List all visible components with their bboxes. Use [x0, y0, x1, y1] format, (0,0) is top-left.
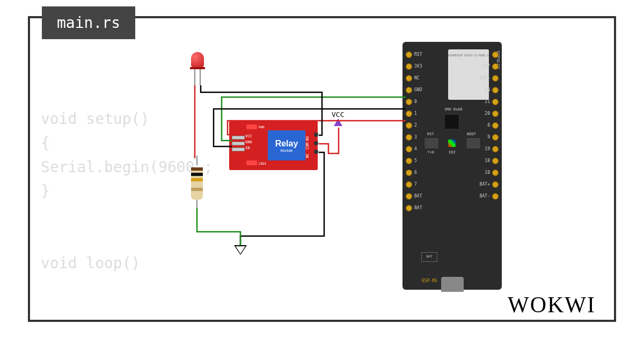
resistor-body: [191, 167, 203, 200]
esp-pin-NC[interactable]: [406, 75, 412, 82]
esp-pin-label: EN: [485, 87, 490, 92]
esp-io2-label: IO2: [449, 150, 456, 155]
led-bulb: [191, 52, 204, 67]
esp-pin-6[interactable]: [406, 170, 412, 176]
esp-battery-connector: BAT: [421, 252, 437, 262]
esp-pin-label: 21: [485, 99, 490, 104]
esp-pin-label: BAT+: [480, 76, 490, 80]
esp-pin-4[interactable]: [406, 146, 412, 152]
esp-pin-7[interactable]: [406, 181, 412, 188]
esp-imu-label: IMU 0x68: [444, 107, 463, 112]
led-component[interactable]: [191, 52, 205, 69]
relay-subtitle: Module: [281, 149, 293, 152]
esp-pin-8[interactable]: [492, 122, 499, 129]
esp-pin-BAT[interactable]: [406, 205, 412, 211]
relay-input-pins: [232, 136, 245, 153]
resistor-band-2: [191, 173, 203, 176]
wokwi-brand: WOKWI: [508, 292, 596, 318]
esp-pin-label: 5: [414, 158, 417, 163]
esp-usb-port: [441, 277, 464, 292]
circuit-canvas[interactable]: PWR LED1 VCC GND IN Relay Module NO COM …: [0, 0, 644, 338]
esp-pin-BAT[interactable]: [406, 193, 412, 200]
tab-filename: main.rs: [57, 14, 120, 32]
esp-pin-label: BAT: [414, 205, 422, 210]
esp-pin-2[interactable]: [406, 122, 412, 129]
esp-pin-label: 6: [414, 170, 417, 175]
esp-boot-label: BOOT: [467, 132, 476, 136]
relay-pwr-led: [246, 124, 257, 129]
esp-pin-label: 9: [487, 135, 490, 139]
esp-pin-BAT+[interactable]: [492, 75, 499, 82]
esp-pin-19[interactable]: [492, 146, 499, 152]
relay-led1-label: LED1: [259, 161, 266, 165]
vcc-symbol[interactable]: VCC: [332, 111, 344, 126]
esp-logo-text: ESP-RS: [422, 278, 437, 283]
esp-pin-label: NC: [414, 76, 420, 80]
relay-status-led: [246, 160, 257, 165]
led-base: [190, 67, 205, 69]
esp-rst-label: RST: [427, 132, 434, 136]
relay-input-labels: VCC GND IN: [245, 134, 252, 151]
esp-pin-label: 18: [485, 158, 490, 163]
esp-pin-3V3[interactable]: [406, 63, 412, 70]
esp-pin-9[interactable]: [492, 134, 499, 141]
esp-pin-label: IO7: [482, 64, 490, 69]
esp-pin-BAT+[interactable]: [492, 181, 499, 188]
resistor-band-4: [191, 188, 203, 191]
esp-pin-label: 2: [414, 123, 417, 128]
esp-pin-label: 3V3: [414, 64, 422, 69]
esp-pin-1[interactable]: [406, 111, 412, 117]
esp-pin-GND[interactable]: [406, 87, 412, 93]
esp-pin-BAT-[interactable]: [492, 193, 499, 200]
esp-left-pin-column: RST3V3NCGND01234567BATBAT: [406, 52, 412, 211]
file-tab[interactable]: main.rs: [42, 6, 135, 39]
relay-output-terminals: [314, 133, 318, 158]
vcc-arrow-icon: [334, 119, 342, 126]
gnd-symbol[interactable]: [234, 245, 247, 255]
resistor-band-3: [191, 178, 203, 181]
resistor-lead-top: [196, 156, 197, 165]
esp-reset-button[interactable]: [424, 137, 439, 149]
esp32-board[interactable]: ESPRESSIF ESP32-C3-MINI-1 ESP32-C3 IMU 0…: [402, 42, 502, 290]
esp-pin-label: 1: [414, 111, 417, 116]
esp-pin-IO7[interactable]: [492, 63, 499, 70]
resistor-lead-bottom: [196, 200, 197, 209]
esp-pin-label: RST: [414, 52, 422, 57]
esp-pin-10[interactable]: [492, 170, 499, 176]
vcc-label: VCC: [332, 111, 344, 119]
esp-pin-18[interactable]: [492, 158, 499, 164]
esp-pin-label: GND: [414, 87, 422, 92]
esp-pin-label: BAT: [414, 194, 422, 199]
esp-pin-0[interactable]: [406, 99, 412, 105]
esp-th-label: T+H: [427, 150, 434, 155]
esp-pin-label: BAT-: [480, 194, 490, 199]
esp-pin-label: 0: [414, 99, 417, 104]
resistor-component[interactable]: [191, 156, 203, 209]
esp-pin-21[interactable]: [492, 99, 499, 105]
esp-pin-5[interactable]: [406, 158, 412, 164]
relay-module[interactable]: PWR LED1 VCC GND IN Relay Module NO COM …: [229, 121, 318, 170]
resistor-band-1: [191, 167, 203, 171]
esp-rf-shield: ESPRESSIF ESP32-C3-MINI-1: [448, 49, 489, 100]
relay-block: Relay Module: [268, 130, 305, 160]
esp-pin-label: 10: [485, 170, 490, 175]
esp-pin-label: 19: [485, 146, 490, 151]
esp-imu-chip: [444, 114, 459, 129]
esp-pin-RST[interactable]: [406, 52, 412, 58]
gnd-triangle-icon: [234, 245, 247, 255]
esp-pin-label: 7: [414, 182, 417, 187]
esp-boot-button[interactable]: [466, 137, 481, 149]
led-cathode-leg: [200, 69, 201, 85]
esp-pin-nc[interactable]: [492, 52, 499, 58]
esp-pin-3[interactable]: [406, 134, 412, 141]
relay-pwr-label: PWR: [259, 125, 265, 129]
esp-pin-20[interactable]: [492, 111, 499, 117]
esp-pin-label: 3: [414, 135, 417, 139]
esp-rgb-led: [448, 139, 456, 147]
esp-pin-label: BAT+: [480, 182, 490, 187]
led-anode-leg: [194, 69, 195, 85]
esp-pin-EN[interactable]: [492, 87, 499, 93]
esp-pin-label: 8: [487, 123, 490, 128]
relay-title: Relay: [275, 139, 298, 149]
esp-pin-label: 4: [414, 146, 417, 151]
